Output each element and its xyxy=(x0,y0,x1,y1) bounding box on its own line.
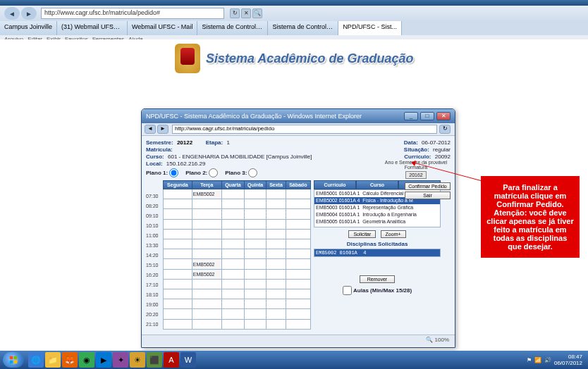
schedule-cell[interactable] xyxy=(267,259,286,269)
taskbar-media-icon[interactable]: ▶ xyxy=(96,352,111,368)
schedule-cell[interactable] xyxy=(164,249,192,259)
schedule-cell[interactable] xyxy=(286,219,310,229)
taskbar-pdf-icon[interactable]: A xyxy=(164,352,179,368)
schedule-cell[interactable] xyxy=(221,269,244,279)
selected-course[interactable]: EMB5002 01601A 4 xyxy=(314,249,441,257)
solicitar-button[interactable]: Solicitar xyxy=(348,230,376,238)
plano3-radio[interactable]: Plano 3: xyxy=(225,168,257,177)
remover-button[interactable]: Remover xyxy=(360,275,395,283)
schedule-cell[interactable] xyxy=(267,189,286,199)
schedule-cell[interactable] xyxy=(164,189,192,199)
schedule-cell[interactable] xyxy=(286,199,310,209)
popup-address-bar[interactable]: http://www.cagr.ufsc.br/matricula/pedido xyxy=(172,125,437,134)
tray-sound-icon[interactable]: 🔊 xyxy=(544,357,551,363)
stop-icon[interactable]: ✕ xyxy=(241,8,251,18)
back-button[interactable]: ◄ xyxy=(4,7,20,20)
schedule-cell[interactable] xyxy=(244,279,266,289)
schedule-cell[interactable] xyxy=(221,299,244,309)
schedule-cell[interactable] xyxy=(267,249,286,259)
schedule-cell[interactable] xyxy=(244,219,266,229)
schedule-cell[interactable] xyxy=(221,199,244,209)
schedule-cell[interactable] xyxy=(286,209,310,219)
schedule-cell[interactable] xyxy=(244,309,266,319)
schedule-cell[interactable] xyxy=(286,229,310,239)
schedule-cell[interactable] xyxy=(267,279,286,289)
schedule-cell[interactable] xyxy=(244,319,266,329)
schedule-cell[interactable] xyxy=(192,239,221,249)
schedule-cell[interactable] xyxy=(164,229,192,239)
schedule-cell[interactable] xyxy=(221,219,244,229)
schedule-cell[interactable] xyxy=(267,269,286,279)
browser-tab[interactable]: Sistema de Controle... xyxy=(197,21,268,35)
tray-flag-icon[interactable]: ⚑ xyxy=(527,357,532,363)
taskbar-explorer-icon[interactable]: 📁 xyxy=(45,352,61,368)
course-row[interactable]: EMB5003 01601A 1 Representação Gráfica xyxy=(314,204,440,211)
confirmar-pedido-button[interactable]: Confirmar Pedido xyxy=(405,182,451,190)
schedule-cell[interactable]: EMB5002 xyxy=(192,269,221,279)
refresh-icon[interactable]: ↻ xyxy=(230,8,240,18)
schedule-cell[interactable] xyxy=(192,319,221,329)
schedule-cell[interactable] xyxy=(221,189,244,199)
schedule-cell[interactable] xyxy=(244,209,266,219)
popup-refresh-icon[interactable]: ↻ xyxy=(439,125,451,134)
panel-tab[interactable]: Curso xyxy=(356,180,398,189)
maximize-button[interactable]: □ xyxy=(420,112,434,120)
taskbar-chrome-icon[interactable]: ◉ xyxy=(79,352,94,368)
schedule-cell[interactable] xyxy=(286,309,310,319)
schedule-cell[interactable] xyxy=(244,199,266,209)
panel-tab[interactable]: Currículo xyxy=(314,180,356,189)
schedule-cell[interactable] xyxy=(221,239,244,249)
schedule-cell[interactable] xyxy=(244,269,266,279)
schedule-cell[interactable] xyxy=(244,299,266,309)
browser-tab[interactable]: Sistema de Controle... xyxy=(268,21,338,35)
schedule-cell[interactable] xyxy=(267,199,286,209)
schedule-cell[interactable] xyxy=(286,269,310,279)
schedule-cell[interactable] xyxy=(286,319,310,329)
schedule-cell[interactable] xyxy=(244,289,266,299)
schedule-cell[interactable] xyxy=(192,309,221,319)
schedule-cell[interactable] xyxy=(164,269,192,279)
schedule-cell[interactable] xyxy=(267,209,286,219)
minimize-button[interactable]: _ xyxy=(404,112,418,120)
schedule-cell[interactable] xyxy=(244,259,266,269)
schedule-cell[interactable] xyxy=(267,309,286,319)
schedule-cell[interactable] xyxy=(286,289,310,299)
forward-button[interactable]: ► xyxy=(21,7,37,20)
schedule-cell[interactable] xyxy=(164,199,192,209)
schedule-cell[interactable] xyxy=(221,279,244,289)
schedule-cell[interactable] xyxy=(164,259,192,269)
taskbar-firefox-icon[interactable]: 🦊 xyxy=(62,352,78,368)
schedule-cell[interactable] xyxy=(192,219,221,229)
schedule-cell[interactable]: EMB5002 xyxy=(192,189,221,199)
plano2-radio[interactable]: Plano 2: xyxy=(185,168,218,177)
taskbar-word-icon[interactable]: W xyxy=(180,352,196,368)
course-row[interactable]: EMB5005 01601A 1 Geometria Analítica xyxy=(314,218,440,225)
tray-network-icon[interactable]: 📶 xyxy=(534,357,541,363)
taskbar-app1-icon[interactable]: ✦ xyxy=(113,352,128,368)
schedule-cell[interactable] xyxy=(286,279,310,289)
schedule-cell[interactable] xyxy=(164,289,192,299)
browser-tab[interactable]: Campus Joinville xyxy=(0,21,57,35)
schedule-cell[interactable] xyxy=(164,279,192,289)
schedule-cell[interactable] xyxy=(267,319,286,329)
schedule-cell[interactable] xyxy=(286,249,310,259)
taskbar-app3-icon[interactable]: ⬛ xyxy=(147,352,162,368)
schedule-cell[interactable] xyxy=(286,259,310,269)
schedule-cell[interactable] xyxy=(192,299,221,309)
schedule-cell[interactable] xyxy=(192,229,221,239)
schedule-cell[interactable] xyxy=(221,229,244,239)
schedule-cell[interactable] xyxy=(164,319,192,329)
course-row[interactable]: EMB5004 01601A 1 Introdução à Engenharia xyxy=(314,211,440,218)
schedule-cell[interactable] xyxy=(244,249,266,259)
schedule-cell[interactable] xyxy=(192,279,221,289)
taskbar-app2-icon[interactable]: ☀ xyxy=(130,352,145,368)
zoom-button[interactable]: Zoom+ xyxy=(381,230,406,238)
schedule-cell[interactable] xyxy=(164,309,192,319)
schedule-cell[interactable] xyxy=(244,239,266,249)
schedule-cell[interactable] xyxy=(221,249,244,259)
schedule-cell[interactable] xyxy=(267,289,286,299)
aulas-checkbox[interactable] xyxy=(343,286,352,295)
browser-tab[interactable]: (31) Webmail UFSC ... xyxy=(57,21,128,35)
search-icon[interactable]: 🔍 xyxy=(252,8,262,18)
sair-button[interactable]: Sair xyxy=(405,192,451,199)
